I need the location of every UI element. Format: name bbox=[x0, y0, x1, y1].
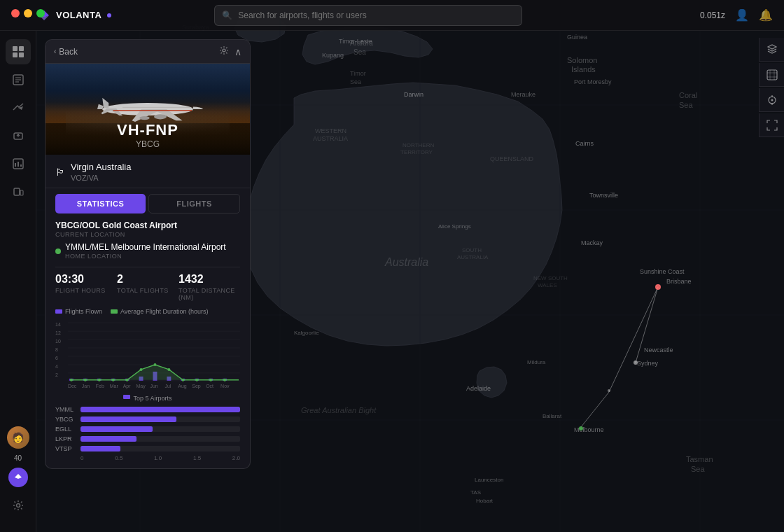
svg-text:Townsville: Townsville bbox=[589, 192, 618, 199]
bar-chart: YMML YBCG EGLL LKPR bbox=[55, 406, 240, 461]
tab-statistics[interactable]: STATISTICS bbox=[55, 194, 146, 214]
airline-name: Virgin Australia bbox=[71, 162, 131, 172]
svg-text:Guinea: Guinea bbox=[567, 34, 587, 41]
legend-green-icon bbox=[111, 309, 118, 314]
svg-text:Great Australian Bight: Great Australian Bight bbox=[301, 406, 377, 414]
logo-text: VOLANTA bbox=[56, 10, 102, 20]
svg-text:Mackay: Mackay bbox=[581, 239, 603, 246]
bell-icon[interactable]: 🔔 bbox=[759, 8, 773, 22]
avatar[interactable]: 🧑 bbox=[7, 426, 29, 449]
sidebar-item-settings[interactable] bbox=[6, 493, 31, 518]
svg-text:Sea: Sea bbox=[691, 465, 705, 473]
chart-legend: Flights Flown Average Flight Duration (h… bbox=[55, 308, 240, 315]
user-icon[interactable]: 👤 bbox=[735, 8, 749, 22]
bar-axis: 00.51.01.52.0 bbox=[55, 455, 240, 461]
tab-flights[interactable]: FLIGHTS bbox=[148, 194, 240, 214]
svg-text:4: 4 bbox=[55, 364, 58, 369]
current-location-name: YBCG/OOL Gold Coast Airport bbox=[55, 220, 240, 230]
legend-flights-label: Flights Flown bbox=[65, 308, 102, 315]
airline-flag: 🏳 bbox=[55, 167, 65, 178]
home-dot-icon bbox=[55, 248, 61, 254]
svg-text:Cairns: Cairns bbox=[575, 140, 594, 147]
svg-text:Ballarat: Ballarat bbox=[542, 413, 562, 419]
svg-point-86 bbox=[154, 114, 167, 119]
svg-text:Feb: Feb bbox=[96, 384, 104, 388]
tabs-row: STATISTICS FLIGHTS bbox=[46, 188, 250, 214]
svg-point-117 bbox=[70, 379, 73, 382]
svg-text:Melbourne: Melbourne bbox=[574, 426, 604, 433]
svg-text:TERRITORY: TERRITORY bbox=[400, 149, 433, 155]
stat-flights-value: 2 bbox=[117, 273, 178, 286]
svg-text:Newcastle: Newcastle bbox=[644, 346, 673, 354]
svg-text:Sep: Sep bbox=[192, 384, 201, 389]
home-location-label: HOME LOCATION bbox=[65, 253, 226, 260]
topbar: VOLANTA 🔍 0.051z 👤 🔔 bbox=[0, 0, 784, 31]
settings-icon[interactable] bbox=[219, 46, 229, 57]
bar-egll bbox=[80, 426, 153, 432]
flight-chart: 14 12 10 8 6 4 2 bbox=[55, 319, 240, 389]
sidebar-item-logbook[interactable] bbox=[6, 67, 31, 92]
bar-row-vtsp: VTSP bbox=[55, 445, 240, 452]
svg-text:Sydney: Sydney bbox=[637, 360, 659, 367]
back-button[interactable]: ‹ Back bbox=[54, 47, 78, 57]
minimize-button[interactable] bbox=[24, 9, 32, 18]
collapse-button[interactable]: ∧ bbox=[234, 46, 241, 57]
svg-text:12: 12 bbox=[55, 330, 61, 335]
svg-point-123 bbox=[153, 363, 156, 366]
legend-blue-icon bbox=[55, 309, 62, 314]
svg-text:Australia: Australia bbox=[384, 256, 428, 268]
svg-text:Jan: Jan bbox=[82, 384, 90, 388]
sidebar-item-charts[interactable] bbox=[6, 151, 31, 176]
svg-text:Alice Springs: Alice Springs bbox=[438, 223, 471, 230]
svg-text:2: 2 bbox=[55, 372, 58, 377]
sidebar-item-devices[interactable] bbox=[6, 179, 31, 204]
fullscreen-btn[interactable] bbox=[759, 113, 784, 137]
sidebar-item-dashboard[interactable] bbox=[6, 39, 31, 64]
recenter-btn[interactable] bbox=[759, 88, 784, 112]
stat-hours-label: FLIGHT HOURS bbox=[55, 287, 117, 294]
bar-row-ybcg: YBCG bbox=[55, 416, 240, 423]
panel-header: ‹ Back ∧ bbox=[46, 40, 250, 64]
current-location-row: YBCG/OOL Gold Coast Airport CURRENT LOCA… bbox=[55, 220, 240, 238]
svg-text:May: May bbox=[136, 384, 146, 389]
svg-text:Jul: Jul bbox=[164, 384, 171, 388]
stat-distance-label: TOTAL DISTANCE (NM) bbox=[178, 287, 240, 301]
svg-text:14: 14 bbox=[55, 322, 61, 327]
bar-row-egll: EGLL bbox=[55, 426, 240, 433]
svg-text:Mildura: Mildura bbox=[527, 359, 546, 365]
close-button[interactable] bbox=[11, 9, 20, 18]
svg-text:Darwin: Darwin bbox=[404, 91, 424, 98]
map-layers-btn[interactable] bbox=[759, 63, 784, 87]
legend-duration-label: Average Flight Duration (hours) bbox=[120, 308, 208, 315]
svg-text:6: 6 bbox=[55, 356, 58, 360]
airports-legend: Top 5 Airports bbox=[55, 395, 240, 402]
svg-text:Timor: Timor bbox=[350, 70, 366, 77]
svg-point-81 bbox=[771, 99, 773, 101]
maximize-button[interactable] bbox=[36, 9, 45, 18]
topbar-right: 0.051z 👤 🔔 bbox=[700, 8, 773, 22]
svg-point-124 bbox=[167, 368, 170, 371]
svg-point-122 bbox=[140, 368, 143, 371]
airline-code: VOZ/VA bbox=[71, 174, 131, 182]
search-input[interactable] bbox=[238, 10, 514, 20]
svg-text:Launceston: Launceston bbox=[475, 477, 503, 483]
zulu-time: 0.051z bbox=[700, 10, 725, 20]
back-chevron-icon: ‹ bbox=[54, 48, 56, 55]
user-badge: 40 bbox=[14, 454, 22, 462]
sidebar-item-flights[interactable] bbox=[6, 95, 31, 120]
svg-text:Oct: Oct bbox=[206, 384, 214, 388]
svg-point-128 bbox=[223, 379, 226, 382]
stat-flight-hours: 03:30 FLIGHT HOURS bbox=[55, 273, 117, 301]
airports-legend-icon bbox=[123, 395, 130, 399]
home-location-row: YMML/MEL Melbourne International Airport… bbox=[55, 242, 240, 260]
svg-text:Sea: Sea bbox=[354, 48, 366, 56]
svg-point-57 bbox=[608, 389, 610, 392]
svg-point-127 bbox=[209, 379, 212, 382]
svg-text:SOUTH: SOUTH bbox=[462, 247, 482, 253]
window-controls bbox=[11, 9, 45, 18]
sidebar-item-multiplayer[interactable] bbox=[6, 123, 31, 148]
layers-btn[interactable] bbox=[759, 38, 784, 62]
svg-text:Brisbane: Brisbane bbox=[666, 278, 692, 285]
brand-icon[interactable] bbox=[8, 468, 28, 487]
svg-text:AUSTRALIA: AUSTRALIA bbox=[313, 135, 348, 142]
